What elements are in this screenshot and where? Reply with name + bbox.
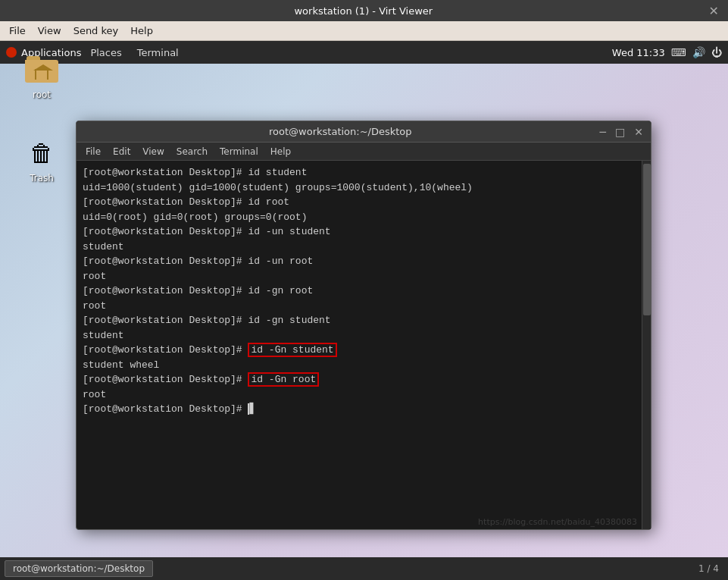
root-folder-icon[interactable]: root	[15, 49, 68, 103]
terminal-title-bar: root@workstation:~/Desktop ─ □ ✕	[77, 121, 651, 143]
trash-icon[interactable]: 🗑 Trash	[15, 132, 68, 187]
watermark: https://blog.csdn.net/baidu_40380083	[478, 517, 637, 527]
terminal-content[interactable]: [root@workstation Desktop]# id student u…	[77, 161, 642, 529]
menu-help[interactable]: Help	[124, 24, 159, 38]
highlighted-cmd-2: id -Gn root	[248, 372, 319, 387]
terminal-menu-view[interactable]: View	[136, 145, 170, 158]
bottom-taskbar: root@workstation:~/Desktop 1 / 4	[0, 557, 728, 580]
taskbar-page: 1 / 4	[698, 563, 723, 574]
desktop: root 🗑 Trash root@workstation:~/Desktop …	[0, 41, 728, 557]
terminal-scrollbar[interactable]	[642, 161, 651, 529]
virt-viewer-close-btn[interactable]: ✕	[706, 4, 722, 18]
terminal-close-btn[interactable]: ✕	[633, 127, 645, 137]
terminal-line-1: [root@workstation Desktop]# id student u…	[83, 167, 473, 415]
terminal-window: root@workstation:~/Desktop ─ □ ✕ File Ed…	[76, 121, 651, 530]
terminal-maximize-btn[interactable]: □	[614, 127, 626, 137]
virt-viewer-title-bar: workstation (1) - Virt Viewer ✕	[0, 0, 728, 21]
terminal-menu-help[interactable]: Help	[264, 145, 297, 158]
virt-viewer-title: workstation (1) - Virt Viewer	[21, 5, 706, 17]
terminal-controls-right: ─ □ ✕	[598, 127, 645, 137]
terminal-menu-bar: File Edit View Search Terminal Help	[77, 143, 651, 161]
menu-file[interactable]: File	[3, 24, 32, 38]
terminal-minimize-btn[interactable]: ─	[598, 127, 608, 137]
menu-view[interactable]: View	[32, 24, 67, 38]
folder-svg	[25, 56, 58, 83]
taskbar-terminal-item[interactable]: root@workstation:~/Desktop	[5, 560, 153, 577]
trash-image: 🗑	[23, 135, 60, 171]
terminal-title-text: root@workstation:~/Desktop	[83, 126, 598, 137]
terminal-menu-terminal[interactable]: Terminal	[214, 145, 264, 158]
terminal-menu-file[interactable]: File	[80, 145, 107, 158]
terminal-menu-edit[interactable]: Edit	[107, 145, 136, 158]
trash-icon-label: Trash	[30, 173, 54, 183]
scrollbar-thumb[interactable]	[643, 164, 651, 315]
terminal-menu-search[interactable]: Search	[170, 145, 214, 158]
terminal-body: [root@workstation Desktop]# id student u…	[77, 161, 651, 529]
menu-sendkey[interactable]: Send key	[67, 24, 125, 38]
trash-svg: 🗑	[30, 139, 54, 168]
highlighted-cmd-1: id -Gn student	[248, 343, 336, 357]
root-icon-label: root	[33, 89, 51, 100]
folder-image	[23, 52, 60, 88]
virt-viewer-menu-bar: File View Send key Help	[0, 21, 728, 41]
